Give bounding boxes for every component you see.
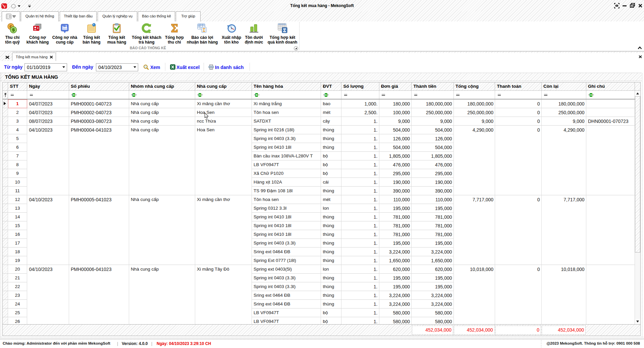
svg-text:V: V [3,4,6,8]
svg-text:$: $ [12,27,15,32]
